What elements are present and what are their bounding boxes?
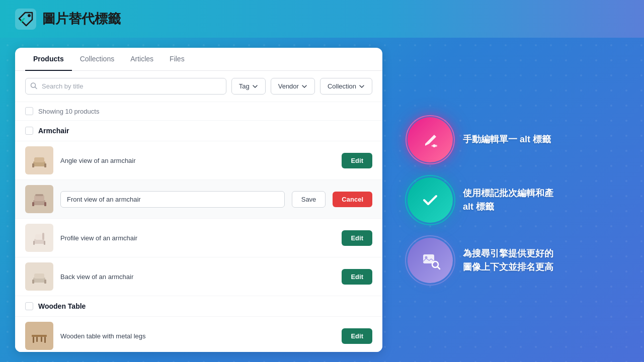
armchair-group-checkbox[interactable] (25, 127, 33, 135)
edit-button[interactable]: Edit (342, 230, 372, 246)
product-alt-text: Back view of an armchair (60, 273, 335, 281)
feature-item-2: 使用標記批次編輯和產alt 標籤 (408, 177, 624, 223)
filter-bar: Tag Vendor Collection (15, 71, 382, 102)
save-button[interactable]: Save (292, 191, 326, 208)
svg-rect-25 (44, 337, 46, 343)
tab-files[interactable]: Files (162, 48, 193, 71)
left-panel: Products Collections Articles Files (0, 38, 397, 362)
table-row: Profile view of an armchair Edit (15, 219, 382, 257)
product-alt-text: Wooden table with metal legs (60, 332, 335, 340)
select-all-checkbox[interactable] (25, 107, 33, 115)
svg-point-1 (28, 14, 31, 17)
cancel-button[interactable]: Cancel (333, 192, 372, 207)
table-group-name: Wooden Table (38, 302, 86, 310)
main-content: Products Collections Articles Files (0, 38, 644, 362)
table-group-checkbox[interactable] (25, 302, 33, 310)
svg-point-32 (425, 256, 428, 258)
tab-products[interactable]: Products (25, 48, 72, 71)
chair-front-svg (29, 189, 49, 209)
chair-profile-svg (29, 228, 49, 248)
search-input[interactable] (25, 78, 226, 95)
svg-rect-6 (34, 157, 44, 162)
search-wrapper (25, 78, 226, 95)
svg-rect-17 (44, 241, 45, 245)
collection-filter-button[interactable]: Collection (320, 78, 372, 95)
product-thumbnail (25, 322, 53, 350)
svg-point-33 (432, 261, 438, 267)
table-row: Save Cancel (15, 180, 382, 219)
edit-button[interactable]: Edit (342, 269, 372, 285)
product-thumbnail (25, 224, 53, 252)
edit-button[interactable]: Edit (342, 328, 372, 344)
feature-icon-2 (408, 177, 453, 223)
product-list: Showing 10 products Armchair (15, 102, 382, 352)
search-icon (30, 82, 37, 90)
group-table-header: Wooden Table (15, 296, 382, 317)
svg-rect-22 (44, 280, 46, 284)
collection-chevron-icon (359, 83, 365, 89)
svg-rect-16 (33, 241, 35, 245)
feature-text-2: 使用標記批次編輯和產alt 標籤 (463, 187, 553, 214)
tag-filter-button[interactable]: Tag (231, 78, 266, 95)
product-thumbnail (25, 262, 53, 291)
alt-text-edit-input[interactable] (60, 191, 285, 208)
feature-item-1: 手動編輯單一 alt 標籤 (408, 117, 624, 162)
tabs: Products Collections Articles Files (15, 48, 382, 71)
right-panel: 手動編輯單一 alt 標籤 使用標記批次編輯和產alt 標籤 (397, 38, 644, 362)
table-row: Back view of an armchair Edit (15, 257, 382, 296)
svg-rect-8 (44, 163, 46, 167)
table-svg (29, 326, 49, 346)
armchair-group-name: Armchair (38, 127, 69, 135)
svg-rect-7 (32, 163, 34, 167)
showing-row: Showing 10 products (15, 102, 382, 121)
svg-rect-23 (32, 335, 47, 337)
product-card: Products Collections Articles Files (15, 48, 382, 352)
svg-point-28 (433, 144, 436, 147)
logo-icon (15, 9, 36, 30)
svg-rect-15 (35, 234, 43, 240)
showing-count: Showing 10 products (38, 108, 99, 115)
svg-rect-24 (33, 337, 34, 343)
product-thumbnail (25, 185, 53, 213)
logo-wrapper: 圖片替代標籤 (15, 9, 121, 30)
svg-rect-27 (41, 337, 42, 342)
feature-text-1: 手動編輯單一 alt 標籤 (463, 133, 551, 146)
svg-rect-13 (35, 194, 43, 196)
feature-text-3: 為搜尋引擎提供更好的圖像上下文並排名更高 (463, 247, 553, 274)
chair-back-svg (29, 266, 49, 287)
edit-button[interactable]: Edit (342, 153, 372, 168)
svg-rect-12 (44, 202, 46, 206)
product-alt-text: Angle view of an armchair (60, 157, 335, 164)
svg-rect-11 (32, 202, 34, 206)
svg-rect-20 (34, 274, 44, 279)
svg-rect-26 (36, 337, 38, 342)
tag-chevron-icon (252, 83, 258, 89)
feature-icon-1 (408, 117, 453, 162)
pencil-icon (420, 130, 440, 150)
table-row: Wooden table with metal legs Edit (15, 317, 382, 352)
chair-angle-svg (29, 150, 49, 170)
vendor-filter-button[interactable]: Vendor (271, 78, 315, 95)
svg-rect-18 (42, 233, 44, 240)
svg-rect-21 (32, 280, 34, 284)
app-header: 圖片替代標籤 (0, 0, 644, 38)
svg-point-29 (435, 145, 437, 147)
feature-item-3: 為搜尋引擎提供更好的圖像上下文並排名更高 (408, 238, 624, 283)
table-row: Angle view of an armchair Edit (15, 141, 382, 180)
app-title: 圖片替代標籤 (42, 10, 121, 28)
image-search-icon (419, 249, 441, 272)
vendor-chevron-icon (301, 83, 307, 89)
group-armchair-header: Armchair (15, 121, 382, 141)
product-thumbnail (25, 146, 53, 174)
tab-articles[interactable]: Articles (122, 48, 162, 71)
svg-rect-0 (15, 9, 36, 30)
checkmark-icon (419, 189, 441, 211)
svg-point-30 (432, 145, 433, 146)
tab-collections[interactable]: Collections (72, 48, 122, 71)
product-alt-text: Profile view of an armchair (60, 234, 335, 242)
feature-icon-3 (408, 238, 453, 283)
svg-rect-31 (423, 254, 434, 263)
